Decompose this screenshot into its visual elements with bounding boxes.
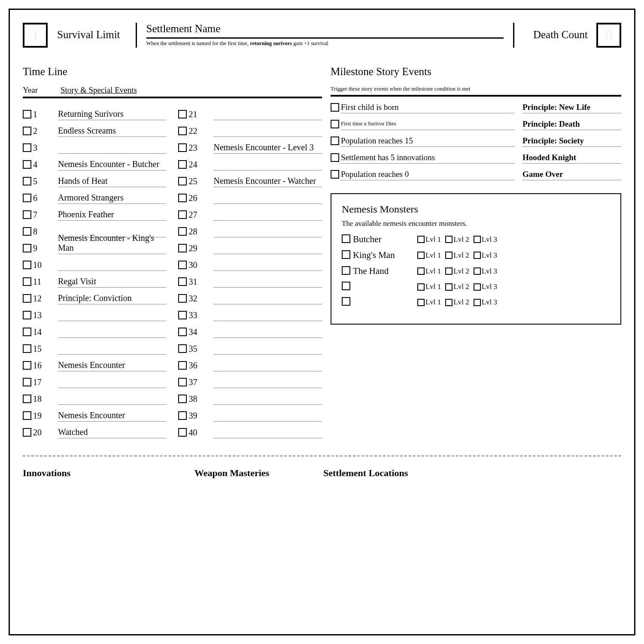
- year-checkbox[interactable]: [23, 227, 31, 236]
- year-event[interactable]: [213, 395, 322, 405]
- year-event[interactable]: [213, 228, 322, 237]
- year-event[interactable]: Nemesis Encounter: [58, 360, 166, 371]
- year-checkbox[interactable]: [23, 110, 31, 118]
- year-checkbox[interactable]: [178, 311, 187, 319]
- nemesis-level-checkbox[interactable]: [417, 299, 425, 306]
- year-checkbox[interactable]: [178, 194, 187, 202]
- nemesis-checkbox[interactable]: [342, 250, 350, 259]
- year-checkbox[interactable]: [23, 378, 31, 386]
- year-checkbox[interactable]: [178, 261, 187, 269]
- year-checkbox[interactable]: [23, 261, 31, 269]
- year-event[interactable]: Nemesis Encounter - Watcher: [213, 176, 322, 187]
- year-checkbox[interactable]: [178, 411, 187, 420]
- year-event[interactable]: [213, 362, 322, 371]
- nemesis-level-checkbox[interactable]: [417, 283, 425, 291]
- nemesis-level-checkbox[interactable]: [474, 252, 481, 259]
- nemesis-level-checkbox[interactable]: [445, 236, 453, 243]
- year-event[interactable]: Principle: Conviction: [58, 293, 166, 304]
- nemesis-checkbox[interactable]: [342, 266, 350, 275]
- year-event[interactable]: [213, 111, 322, 120]
- year-event[interactable]: [213, 161, 322, 170]
- year-checkbox[interactable]: [23, 194, 31, 202]
- year-checkbox[interactable]: [23, 344, 31, 353]
- year-checkbox[interactable]: [178, 227, 187, 236]
- year-event[interactable]: Watched: [58, 427, 166, 438]
- nemesis-level-checkbox[interactable]: [417, 252, 425, 259]
- year-event[interactable]: [213, 128, 322, 137]
- milestone-checkbox[interactable]: [331, 103, 339, 112]
- nemesis-level-checkbox[interactable]: [445, 267, 453, 275]
- nemesis-level-checkbox[interactable]: [445, 299, 453, 306]
- year-event[interactable]: [58, 261, 166, 271]
- year-event[interactable]: Nemesis Encounter - Level 3: [213, 143, 322, 154]
- nemesis-level-checkbox[interactable]: [417, 267, 425, 275]
- year-event[interactable]: [58, 379, 166, 388]
- year-checkbox[interactable]: [178, 428, 187, 437]
- year-event[interactable]: Returning Surivors: [58, 109, 166, 120]
- year-event[interactable]: Nemesis Encounter - Butcher: [58, 159, 166, 170]
- year-event[interactable]: Hands of Heat: [58, 176, 166, 187]
- death-count-box[interactable]: 0: [596, 23, 621, 48]
- year-checkbox[interactable]: [178, 361, 187, 370]
- year-checkbox[interactable]: [23, 411, 31, 420]
- year-event[interactable]: [213, 412, 322, 422]
- milestone-checkbox[interactable]: [331, 137, 339, 145]
- nemesis-checkbox[interactable]: [342, 234, 350, 243]
- nemesis-level-checkbox[interactable]: [474, 236, 481, 243]
- nemesis-level-checkbox[interactable]: [474, 267, 481, 275]
- year-event[interactable]: [213, 261, 322, 271]
- year-checkbox[interactable]: [178, 210, 187, 219]
- nemesis-level-checkbox[interactable]: [417, 236, 425, 243]
- year-event[interactable]: [213, 379, 322, 388]
- nemesis-checkbox[interactable]: [342, 297, 350, 306]
- year-checkbox[interactable]: [23, 177, 31, 185]
- year-checkbox[interactable]: [23, 277, 31, 286]
- year-event[interactable]: [213, 295, 322, 304]
- year-checkbox[interactable]: [23, 294, 31, 303]
- survival-limit-box[interactable]: 1: [23, 23, 48, 48]
- year-checkbox[interactable]: [178, 110, 187, 118]
- year-event[interactable]: [58, 312, 166, 321]
- year-event[interactable]: Nemesis Encounter: [58, 410, 166, 422]
- year-checkbox[interactable]: [23, 361, 31, 370]
- year-checkbox[interactable]: [178, 328, 187, 336]
- year-event[interactable]: [58, 144, 166, 154]
- year-event[interactable]: [213, 345, 322, 355]
- year-checkbox[interactable]: [23, 311, 31, 319]
- year-checkbox[interactable]: [23, 210, 31, 219]
- year-event[interactable]: Nemesis Encounter - King's Man: [58, 233, 166, 254]
- year-event[interactable]: [213, 245, 322, 254]
- year-checkbox[interactable]: [178, 294, 187, 303]
- nemesis-checkbox[interactable]: [342, 282, 350, 290]
- milestone-checkbox[interactable]: [331, 153, 339, 162]
- year-checkbox[interactable]: [178, 143, 187, 152]
- year-event[interactable]: [58, 328, 166, 338]
- year-checkbox[interactable]: [23, 428, 31, 437]
- nemesis-level-checkbox[interactable]: [445, 283, 453, 291]
- year-checkbox[interactable]: [178, 127, 187, 135]
- year-checkbox[interactable]: [178, 244, 187, 252]
- year-checkbox[interactable]: [23, 160, 31, 169]
- year-event[interactable]: [58, 395, 166, 405]
- year-checkbox[interactable]: [178, 395, 187, 403]
- milestone-checkbox[interactable]: [331, 120, 339, 128]
- nemesis-level-checkbox[interactable]: [445, 252, 453, 259]
- year-checkbox[interactable]: [23, 244, 31, 252]
- nemesis-level-checkbox[interactable]: [474, 299, 481, 306]
- year-event[interactable]: [213, 312, 322, 321]
- year-event[interactable]: Armored Strangers: [58, 193, 166, 204]
- milestone-checkbox[interactable]: [331, 170, 339, 179]
- year-event[interactable]: [213, 328, 322, 338]
- year-event[interactable]: [213, 211, 322, 221]
- year-checkbox[interactable]: [178, 378, 187, 386]
- year-checkbox[interactable]: [23, 395, 31, 403]
- year-event[interactable]: [213, 429, 322, 438]
- year-checkbox[interactable]: [178, 344, 187, 353]
- year-event[interactable]: Phoenix Feather: [58, 210, 166, 221]
- settlement-name-label[interactable]: Settlement Name: [146, 23, 504, 39]
- year-event[interactable]: Endless Screams: [58, 126, 166, 137]
- year-checkbox[interactable]: [23, 143, 31, 152]
- year-checkbox[interactable]: [178, 177, 187, 185]
- year-event[interactable]: [213, 278, 322, 288]
- year-event[interactable]: Regal Visit: [58, 276, 166, 288]
